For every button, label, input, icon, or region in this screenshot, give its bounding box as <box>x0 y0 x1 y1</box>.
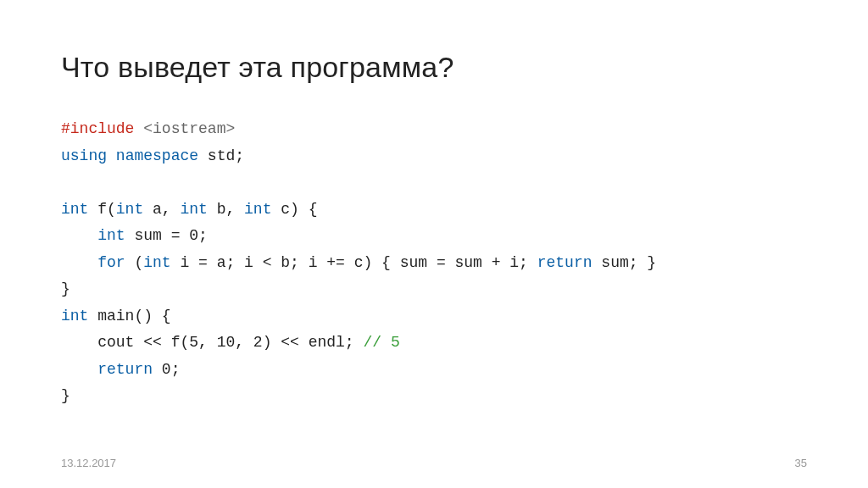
token-keyword: int <box>61 201 88 218</box>
token-keyword: int <box>180 201 207 218</box>
footer-page-number: 35 <box>795 457 807 469</box>
token-keyword: int <box>143 254 170 271</box>
code-line: cout << f(5, 10, 2) << endl; // 5 <box>61 334 400 351</box>
token-text: f( <box>88 201 115 218</box>
token-indent <box>61 334 97 351</box>
token-comment: // 5 <box>363 334 399 351</box>
code-line: return 0; <box>61 361 180 378</box>
token-text <box>107 147 116 164</box>
code-line: int sum = 0; <box>61 227 208 244</box>
token-indent <box>61 227 97 244</box>
code-line: } <box>61 387 70 404</box>
code-line: #include <iostream> <box>61 120 235 137</box>
token-text: ( <box>125 254 144 271</box>
code-line: using namespace std; <box>61 147 244 164</box>
code-line: } <box>61 280 70 297</box>
token-indent <box>61 254 97 271</box>
token-text: i = a; i < b; i += c) { sum = sum + i; <box>171 254 537 271</box>
token-text: main() { <box>88 308 170 324</box>
token-text: std; <box>198 147 244 164</box>
token-text: sum; } <box>593 254 657 271</box>
code-line: int f(int a, int b, int c) { <box>61 201 317 218</box>
token-text: cout << f(5, 10, 2) << endl; <box>97 334 363 351</box>
token-keyword: int <box>61 308 88 324</box>
token-text: c) { <box>271 201 317 218</box>
footer-date: 13.12.2017 <box>61 457 116 469</box>
slide-title: Что выведет эта программа? <box>61 51 807 84</box>
token-text: b, <box>208 201 244 218</box>
token-keyword: return <box>97 361 153 378</box>
code-block: #include <iostream> using namespace std;… <box>61 116 807 410</box>
token-text: sum = 0; <box>125 227 208 244</box>
token-keyword: namespace <box>116 147 198 164</box>
token-text: a, <box>143 201 180 218</box>
token-keyword: using <box>61 147 107 164</box>
token-preproc: #include <box>61 120 134 137</box>
token-keyword: for <box>97 254 125 271</box>
code-line: int main() { <box>61 308 171 324</box>
token-text: 0; <box>153 361 180 378</box>
token-keyword: return <box>537 254 593 271</box>
token-keyword: int <box>97 227 125 244</box>
token-keyword: int <box>244 201 271 218</box>
token-include: <iostream> <box>134 120 235 137</box>
token-indent <box>61 361 97 378</box>
code-line: for (int i = a; i < b; i += c) { sum = s… <box>61 254 656 271</box>
token-keyword: int <box>116 201 143 218</box>
slide-footer: 13.12.2017 35 <box>61 457 807 469</box>
